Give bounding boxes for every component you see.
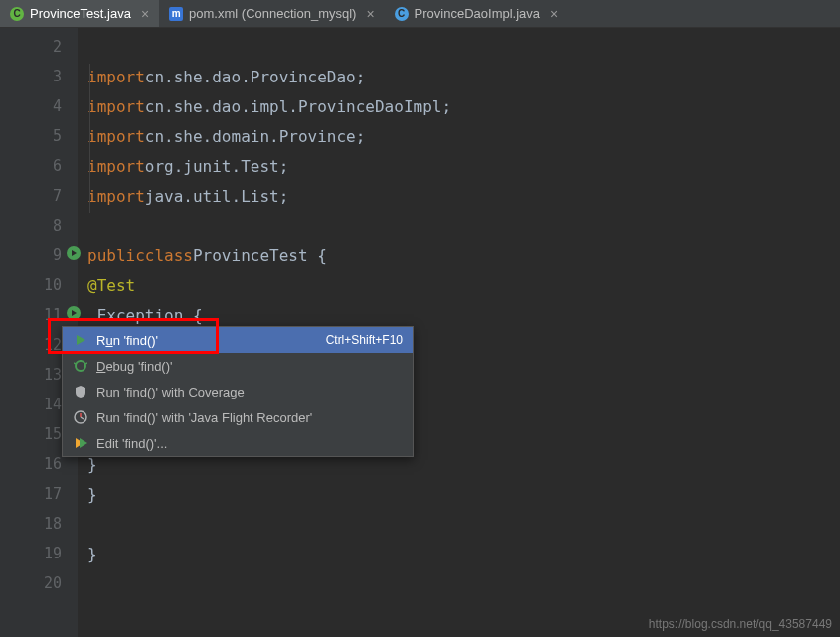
svg-line-11 <box>81 417 84 419</box>
menu-edit[interactable]: Edit 'find()'... <box>63 430 413 456</box>
edit-icon <box>73 435 88 451</box>
close-icon[interactable]: × <box>141 6 149 22</box>
tab-provincedaoimpl[interactable]: C ProvinceDaoImpl.java × <box>385 0 569 27</box>
svg-marker-4 <box>77 335 85 345</box>
line-number: 17 <box>44 485 62 503</box>
close-icon[interactable]: × <box>366 6 374 22</box>
line-number: 15 <box>44 425 62 443</box>
tab-label: ProvinceTest.java <box>30 6 131 21</box>
line-number: 2 <box>53 38 62 56</box>
menu-shortcut: Ctrl+Shift+F10 <box>326 333 403 347</box>
code-line: import org.junit.Test; <box>87 151 840 181</box>
menu-label: Run 'find()' with 'Java Flight Recorder' <box>96 410 403 425</box>
line-number: 19 <box>44 545 62 562</box>
line-number: 20 <box>44 574 62 592</box>
close-icon[interactable]: × <box>550 6 558 22</box>
coverage-icon <box>73 384 88 399</box>
line-number: 12 <box>44 336 62 354</box>
code-line <box>87 509 840 539</box>
code-line: import cn.she.dao.impl.ProvinceDaoImpl; <box>87 91 840 121</box>
code-line: @Test <box>87 270 840 300</box>
line-number: 8 <box>53 217 62 235</box>
line-number: 6 <box>53 157 62 175</box>
tab-provincetest[interactable]: C ProvinceTest.java × <box>0 0 159 27</box>
context-menu: Run 'find()' Ctrl+Shift+F10 Debug 'find(… <box>62 326 414 457</box>
class-icon: C <box>10 7 24 21</box>
menu-coverage[interactable]: Run 'find()' with Coverage <box>63 379 413 404</box>
code-line: import cn.she.domain.Province; <box>87 121 840 151</box>
line-number: 7 <box>53 187 62 205</box>
menu-label: Run 'find()' with Coverage <box>96 385 403 399</box>
code-line: public class ProvinceTest { <box>87 240 840 270</box>
code-line: } <box>87 539 840 568</box>
maven-icon: m <box>169 7 183 21</box>
jfr-icon <box>73 409 88 425</box>
line-number: 3 <box>53 68 62 85</box>
code-line <box>87 568 840 598</box>
menu-jfr[interactable]: Run 'find()' with 'Java Flight Recorder' <box>63 404 413 430</box>
debug-icon <box>73 358 88 374</box>
code-line: import cn.she.dao.ProvinceDao; <box>87 62 840 91</box>
menu-debug[interactable]: Debug 'find()' <box>63 353 413 379</box>
tab-pom[interactable]: m pom.xml (Connection_mysql) × <box>159 0 385 27</box>
line-number: 16 <box>44 455 62 473</box>
line-number: 13 <box>44 366 62 384</box>
line-number: 14 <box>44 396 62 413</box>
code-line <box>87 211 840 240</box>
editor-tabs: C ProvinceTest.java × m pom.xml (Connect… <box>0 0 840 28</box>
line-number: 10 <box>44 276 62 294</box>
line-number: 5 <box>53 127 62 145</box>
line-number: 9 <box>53 246 62 264</box>
svg-point-5 <box>76 361 85 371</box>
line-number: 18 <box>44 515 62 533</box>
svg-marker-13 <box>80 438 87 448</box>
menu-run[interactable]: Run 'find()' Ctrl+Shift+F10 <box>63 327 413 353</box>
play-icon <box>73 332 88 348</box>
svg-line-8 <box>85 363 87 364</box>
code-line: } <box>87 479 840 509</box>
line-number: 11 <box>44 306 62 324</box>
code-line <box>87 32 840 62</box>
svg-line-7 <box>74 363 76 364</box>
code-line: import java.util.List; <box>87 181 840 211</box>
menu-label: Debug 'find()' <box>96 359 403 374</box>
menu-label: Run 'find()' <box>96 333 318 348</box>
watermark: https://blog.csdn.net/qq_43587449 <box>649 617 832 631</box>
tab-label: ProvinceDaoImpl.java <box>415 6 540 21</box>
tab-label: pom.xml (Connection_mysql) <box>189 6 356 21</box>
class-icon: C <box>395 7 409 21</box>
line-number: 4 <box>53 97 62 115</box>
menu-label: Edit 'find()'... <box>96 436 403 451</box>
